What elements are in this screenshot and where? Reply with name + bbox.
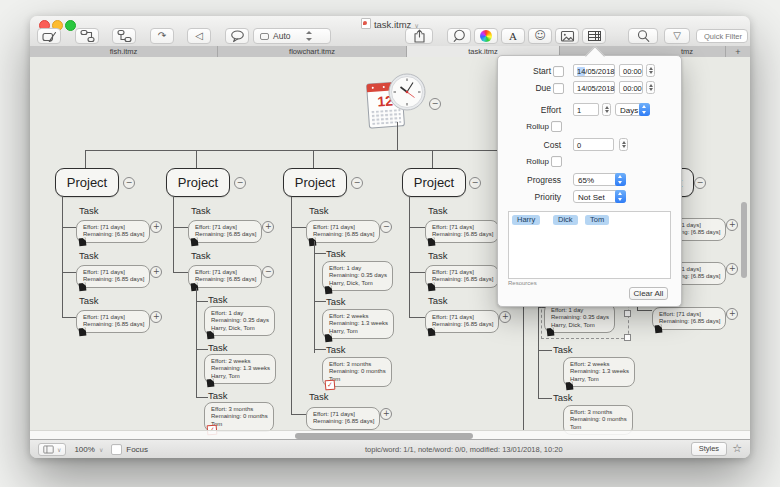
cost-field[interactable]: 0 xyxy=(573,138,614,151)
progress-select[interactable]: 65% xyxy=(573,173,626,186)
due-checkbox[interactable] xyxy=(553,83,564,94)
expand-button[interactable]: + xyxy=(499,311,511,323)
task-node[interactable]: Effort: [71 days]Remaining: [6.85 days]+ xyxy=(425,265,499,288)
task-label[interactable]: Task xyxy=(553,344,573,355)
start-time-field[interactable]: 00:00 xyxy=(619,64,643,77)
vertical-scrollbar-thumb[interactable] xyxy=(741,202,747,278)
collapse-button[interactable]: − xyxy=(123,177,135,189)
task-node[interactable]: Effort: [71 days]Remaining: [6.85 days]+ xyxy=(306,407,380,430)
task-node[interactable]: Effort: [71 days]Remaining: [6.85 days]+ xyxy=(425,310,499,333)
callout-button[interactable]: ◁ xyxy=(187,28,211,44)
effort-field[interactable]: 1 xyxy=(573,103,599,116)
selection-handle[interactable] xyxy=(624,310,631,317)
task-label[interactable]: Task xyxy=(428,295,448,306)
task-label[interactable]: Task xyxy=(79,295,99,306)
resource-tag[interactable]: Tom xyxy=(585,215,609,225)
subtask-node[interactable]: Effort: 1 dayRemaining: 0.35 daysHarry, … xyxy=(204,306,275,336)
new-topic-button[interactable] xyxy=(37,28,61,44)
task-node[interactable]: Effort: [71 days]Remaining: [6.85 days]+ xyxy=(76,310,150,333)
quick-filter-input[interactable] xyxy=(702,31,746,42)
subtask-node[interactable]: Effort: 2 weeksRemaining: 1.3 weeksHarry… xyxy=(563,357,635,387)
expand-button[interactable]: + xyxy=(726,219,738,231)
collapse-button[interactable]: − xyxy=(469,177,481,189)
subtask-node[interactable]: Effort: 1 dayRemaining: 0.35 daysHarry, … xyxy=(322,261,393,291)
emoji-button[interactable]: ☺ xyxy=(528,28,552,44)
task-node[interactable]: Effort: [71 days]Remaining: [6.85 days]− xyxy=(188,265,262,288)
task-label[interactable]: Task xyxy=(428,250,448,261)
search-button[interactable] xyxy=(628,28,658,44)
collapse-button[interactable]: − xyxy=(380,221,392,233)
start-date-field[interactable]: 14/05/2018 xyxy=(573,64,615,77)
task-info-button[interactable] xyxy=(582,28,606,44)
cost-rollup-checkbox[interactable] xyxy=(551,156,562,167)
selected-subtask-node[interactable]: Effort: 1 dayRemaining: 0.35 daysHarry, … xyxy=(544,303,615,333)
task-node[interactable]: Effort: [71 days]Remaining: [6.85 days]+ xyxy=(76,220,150,243)
expand-button[interactable]: + xyxy=(726,263,738,275)
task-label[interactable]: Task xyxy=(326,248,346,259)
subtask-node[interactable]: Effort: 2 weeksRemaining: 1.3 weeksHarry… xyxy=(322,309,394,339)
collapse-button[interactable]: − xyxy=(351,177,363,189)
start-checkbox[interactable] xyxy=(553,66,564,77)
blue-stepper-icon[interactable] xyxy=(615,173,626,186)
effort-rollup-checkbox[interactable] xyxy=(551,121,562,132)
subtask-node[interactable]: Effort: 3 monthsRemaining: 0 monthsTom✓ xyxy=(322,357,392,387)
color-button[interactable] xyxy=(474,28,498,44)
task-label[interactable]: Task xyxy=(309,391,329,402)
task-node[interactable]: Effort: [71 days]Remaining: [6.85 days]+ xyxy=(425,220,499,243)
root-calendar-clock-image[interactable]: 12 xyxy=(362,70,428,130)
tab-flowchart[interactable]: flowchart.itmz xyxy=(218,46,407,57)
resource-tag[interactable]: Harry xyxy=(512,215,540,225)
project-node[interactable]: Project xyxy=(402,168,466,197)
collapse-button[interactable]: − xyxy=(694,177,706,189)
task-label[interactable]: Task xyxy=(79,250,99,261)
task-label[interactable]: Task xyxy=(309,205,329,216)
styles-button[interactable]: Styles xyxy=(691,442,727,456)
auto-layout-select[interactable]: Auto xyxy=(253,28,331,44)
boundary-button[interactable] xyxy=(447,28,471,44)
due-time-field[interactable]: 00:00 xyxy=(619,81,643,94)
task-label[interactable]: Task xyxy=(326,296,346,307)
expand-button[interactable]: + xyxy=(150,311,162,323)
star-icon[interactable]: ☆ xyxy=(732,443,742,455)
task-label[interactable]: Task xyxy=(79,205,99,216)
clear-all-button[interactable]: Clear All xyxy=(629,287,668,300)
task-label[interactable]: Task xyxy=(191,250,211,261)
expand-button[interactable]: + xyxy=(150,221,162,233)
subtask-node[interactable]: Effort: 2 weeksRemaining: 1.3 weeksHarry… xyxy=(204,354,276,384)
collapse-button[interactable]: − xyxy=(262,266,274,278)
resource-tag[interactable]: Dick xyxy=(553,215,578,225)
task-node[interactable]: Effort: [71 days]Remaining: [6.85 days]+ xyxy=(652,307,726,330)
project-node[interactable]: Project xyxy=(166,168,230,197)
project-node[interactable]: Project xyxy=(283,168,347,197)
filter-button[interactable]: ▽ xyxy=(664,28,690,44)
zoom-level-select[interactable]: 100% ∨ xyxy=(74,445,103,454)
add-child-topic-button[interactable] xyxy=(112,28,136,44)
task-label[interactable]: Task xyxy=(208,390,228,401)
expand-button[interactable]: + xyxy=(150,266,162,278)
effort-unit-select[interactable]: Days xyxy=(615,103,650,116)
priority-select[interactable]: Not Set xyxy=(573,190,626,203)
task-node[interactable]: Effort: [71 days]Remaining: [6.85 days]+ xyxy=(188,220,262,243)
due-date-field[interactable]: 14/05/2018 xyxy=(573,81,615,94)
project-node[interactable]: Project xyxy=(55,168,119,197)
due-time-stepper[interactable] xyxy=(646,81,655,94)
comment-button[interactable] xyxy=(225,28,249,44)
start-time-stepper[interactable] xyxy=(646,64,655,77)
blue-stepper-icon[interactable] xyxy=(639,103,650,116)
task-label[interactable]: Task xyxy=(208,294,228,305)
add-sibling-topic-button[interactable] xyxy=(75,28,99,44)
effort-stepper[interactable] xyxy=(602,103,611,116)
share-button[interactable] xyxy=(405,28,433,44)
font-button[interactable]: A xyxy=(501,28,525,44)
task-node[interactable]: Effort: [71 days]Remaining: [6.85 days]+ xyxy=(76,265,150,288)
map-list-button[interactable]: ∨ xyxy=(38,443,66,456)
resources-box[interactable]: Harry Dick Tom xyxy=(508,211,671,279)
task-node[interactable]: Effort: [71 days]Remaining: [6.85 days]− xyxy=(306,220,380,243)
cost-stepper[interactable] xyxy=(619,138,628,151)
task-label[interactable]: Task xyxy=(553,392,573,403)
expand-button[interactable]: + xyxy=(380,408,392,420)
blue-stepper-icon[interactable] xyxy=(615,190,626,203)
horizontal-scrollbar-thumb[interactable] xyxy=(295,433,473,439)
collapse-button[interactable]: − xyxy=(234,177,246,189)
selection-handle[interactable] xyxy=(624,334,631,341)
